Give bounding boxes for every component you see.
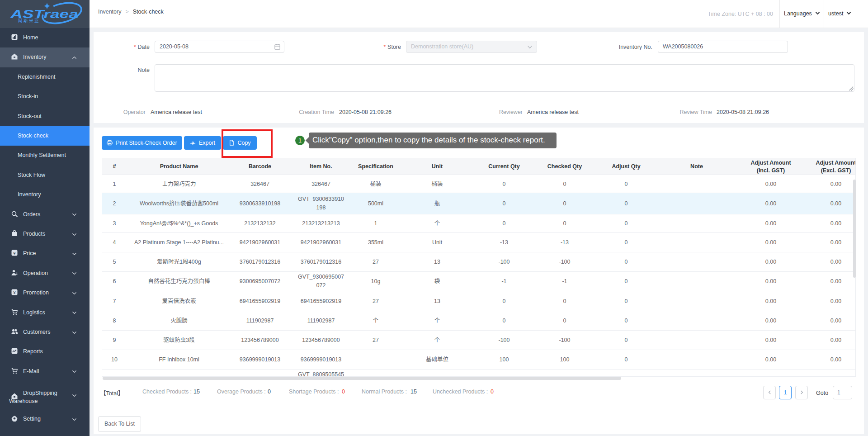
svg-text:¥: ¥ bbox=[13, 290, 16, 295]
svg-text:¥: ¥ bbox=[13, 251, 16, 256]
svg-text:阿斯米亚: 阿斯米亚 bbox=[18, 17, 40, 24]
